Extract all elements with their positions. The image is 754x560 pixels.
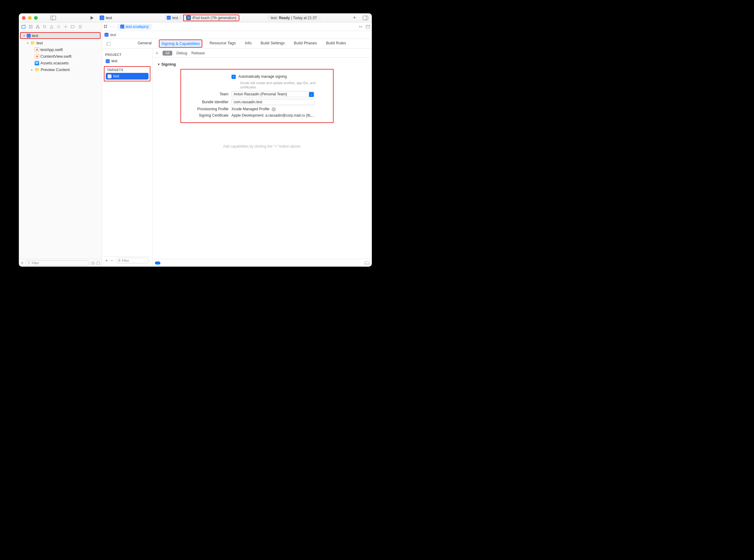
subtab-release[interactable]: Release: [192, 51, 205, 55]
team-label: Team: [185, 92, 232, 96]
signing-section-header[interactable]: ▾ Signing: [158, 62, 366, 66]
team-value: Anton Rassadin (Personal Team): [234, 92, 287, 96]
add-capability-button[interactable]: +: [156, 51, 158, 56]
nav-file-item[interactable]: ◉ testApp.swift: [19, 46, 102, 53]
chevron-right-icon: ›: [180, 16, 181, 20]
disclosure-icon[interactable]: ▾: [22, 34, 25, 37]
find-navigator-tab[interactable]: [43, 25, 46, 28]
forward-button[interactable]: ›: [114, 25, 115, 29]
toggle-navigator-button[interactable]: [50, 15, 57, 21]
filter-placeholder: Filter: [122, 259, 129, 262]
cert-row: Signing Certificate Apple Development: a…: [185, 113, 329, 118]
remove-target-button[interactable]: −: [110, 258, 113, 263]
subtab-all[interactable]: All: [162, 51, 172, 56]
status-time: | Today at 21:37: [291, 16, 317, 20]
run-button[interactable]: [89, 15, 95, 21]
scheme-selector[interactable]: ▢ test › iPod touch (7th generation): [164, 15, 239, 21]
app-title: ▢ test: [98, 15, 114, 21]
scheme-device: iPod touch (7th generation): [192, 16, 236, 20]
back-button[interactable]: ‹: [110, 25, 111, 29]
nav-folder-item[interactable]: ▾ 📁 test: [19, 39, 102, 46]
project-navigator-tab[interactable]: [21, 25, 25, 28]
nav-folder-item[interactable]: ▸ 📁 Preview Content: [19, 66, 102, 73]
minimize-window-button[interactable]: [28, 16, 32, 20]
related-items-button[interactable]: [104, 25, 107, 28]
add-target-button[interactable]: +: [105, 258, 108, 263]
team-select[interactable]: Anton Rassadin (Personal Team) ⌄: [232, 91, 315, 97]
nav-file-item[interactable]: ◉ ContentView.swift: [19, 53, 102, 60]
debug-navigator-tab[interactable]: [64, 25, 67, 28]
profile-row: Provisioning Profile Xcode Managed Profi…: [185, 107, 329, 112]
app-icon: ▢: [167, 16, 171, 20]
project-heading: PROJECT: [105, 53, 149, 57]
open-document-tab[interactable]: ▢ test.xcodeproj: [117, 24, 152, 29]
project-icon: ▢: [104, 33, 108, 37]
configuration-subtabs: + All Debug Release: [153, 48, 372, 58]
tab-info[interactable]: Info: [243, 39, 253, 48]
add-file-button[interactable]: +: [21, 260, 23, 266]
report-navigator-tab[interactable]: [78, 25, 82, 28]
svg-rect-21: [366, 25, 370, 28]
arrows-icon: [358, 25, 363, 28]
targets-filter-input[interactable]: ⊜ Filter: [116, 258, 149, 263]
info-icon[interactable]: i: [272, 107, 276, 112]
nav-file-item[interactable]: ▤ Assets.xcassets: [19, 60, 102, 66]
profile-label: Provisioning Profile: [185, 107, 232, 111]
adjust-editor-button[interactable]: [358, 25, 363, 28]
square-x-icon: [29, 25, 33, 28]
editor-options-button[interactable]: [366, 25, 370, 28]
navigator-filter-input[interactable]: Filter: [25, 260, 89, 266]
nav-root-item[interactable]: ▾ ▢ test: [20, 32, 101, 39]
target-item[interactable]: ▢ test: [106, 73, 148, 80]
outline-toggle-button[interactable]: [106, 42, 111, 45]
app-icon: ▢: [107, 74, 112, 78]
swift-file-icon: ◉: [35, 54, 39, 59]
status-state: Ready: [279, 16, 290, 20]
disclosure-icon[interactable]: ▸: [31, 68, 34, 72]
bundle-id-input[interactable]: com.rassadin.test: [232, 99, 315, 105]
toolbar-right: +: [351, 15, 369, 21]
gauge-icon: [64, 25, 67, 28]
target-editor: + All Debug Release ▾ Signing: [153, 48, 372, 267]
tab-signing-capabilities[interactable]: Signing & Capabilities: [159, 39, 202, 48]
play-icon: [90, 16, 94, 20]
breadcrumb-item[interactable]: test: [110, 33, 116, 37]
panel-bottom-icon: [364, 261, 370, 265]
chevron-updown-icon: ⌄: [309, 92, 314, 97]
filter-icon: [27, 261, 31, 264]
source-control-navigator-tab[interactable]: [29, 25, 33, 28]
tab-build-phases[interactable]: Build Phases: [292, 39, 319, 48]
xcode-window: ▢ test ▢ test › iPod touch (7th generati…: [19, 13, 372, 267]
disclosure-icon[interactable]: ▾: [158, 63, 159, 66]
zoom-window-button[interactable]: [34, 16, 38, 20]
scm-filter-button[interactable]: ▢: [96, 261, 100, 265]
nav-folder-label: test: [37, 41, 43, 45]
disclosure-icon[interactable]: ▾: [26, 41, 29, 45]
toggle-debug-area-button[interactable]: [364, 261, 370, 265]
editor-bottom-bar: [153, 259, 372, 267]
editor-area: ‹ › ▢ test.xcodeproj ▢ test General: [102, 22, 372, 267]
symbol-navigator-tab[interactable]: [36, 25, 39, 28]
breakpoint-navigator-tab[interactable]: [71, 25, 75, 28]
close-window-button[interactable]: [22, 16, 25, 20]
subtab-debug[interactable]: Debug: [177, 51, 187, 55]
auto-manage-checkbox[interactable]: ✓: [232, 75, 236, 79]
project-navigator-tree[interactable]: ▾ ▢ test ▾ 📁 test ◉ testApp.swift ◉ Cont…: [19, 31, 102, 259]
tab-resource-tags[interactable]: Resource Tags: [208, 39, 238, 48]
project-item-label: test: [112, 59, 117, 63]
project-icon: ▢: [120, 25, 124, 28]
svg-point-8: [43, 25, 45, 28]
tab-build-settings[interactable]: Build Settings: [259, 39, 287, 48]
tab-build-rules[interactable]: Build Rules: [324, 39, 348, 48]
add-button[interactable]: +: [351, 15, 358, 21]
recent-filter-button[interactable]: ◷: [91, 261, 95, 265]
targets-heading: TARGETS: [107, 68, 147, 72]
test-navigator-tab[interactable]: [57, 25, 60, 28]
tab-general[interactable]: General: [136, 39, 154, 48]
toggle-inspector-button[interactable]: [362, 15, 369, 21]
issue-navigator-tab[interactable]: [50, 25, 54, 28]
project-item[interactable]: ▢ test: [104, 58, 151, 64]
scheme-destination[interactable]: iPod touch (7th generation): [183, 15, 239, 21]
panel-icon: [366, 25, 370, 28]
scheme-target[interactable]: ▢ test ›: [164, 15, 183, 21]
